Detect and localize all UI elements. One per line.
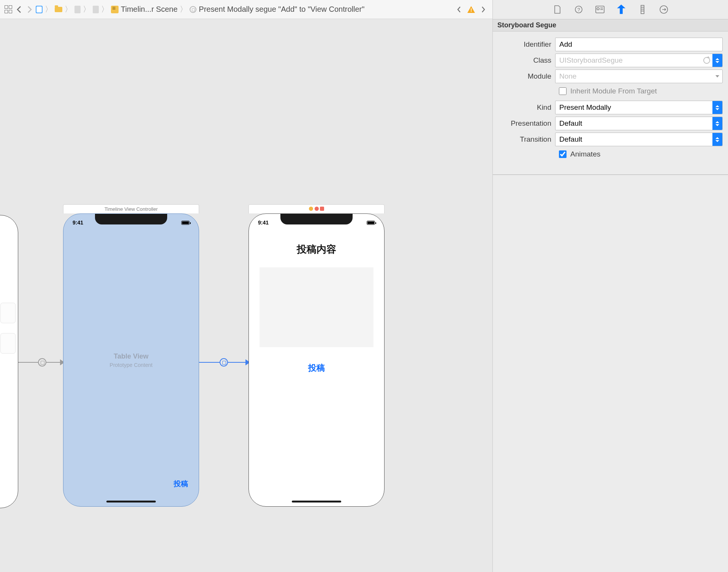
size-inspector-tab[interactable] xyxy=(638,5,647,14)
module-label: Module xyxy=(498,72,555,81)
iphone-notch xyxy=(280,214,353,224)
phone-frame-timeline[interactable]: 9:41 Table View Prototype Content 投稿 xyxy=(63,213,199,507)
presentation-value: Default xyxy=(559,119,582,128)
class-dropdown[interactable]: UIStoryboardSegue xyxy=(555,54,723,67)
class-row: Class UIStoryboardSegue xyxy=(498,54,723,67)
identifier-field[interactable] xyxy=(555,38,723,51)
issue-prev-button[interactable] xyxy=(454,5,464,14)
breadcrumb-sep: 〉 xyxy=(44,4,53,14)
presentation-label: Presentation xyxy=(498,119,555,128)
warning-icon[interactable] xyxy=(467,6,475,13)
module-row: Module None xyxy=(498,70,723,83)
inspector-body: Identifier Class UIStoryboardSegue Modul… xyxy=(493,32,728,164)
storyboard-canvas[interactable]: Timeline View Controller 9:41 Table View… xyxy=(0,19,492,572)
tab-bar-post-item[interactable]: 投稿 xyxy=(174,479,188,489)
chevron-updown-icon xyxy=(712,101,722,114)
inherit-module-checkbox[interactable] xyxy=(559,87,567,95)
presentation-row: Presentation Default xyxy=(498,117,723,130)
chevron-updown-icon xyxy=(712,54,722,67)
inspector-section-header: Storyboard Segue xyxy=(493,19,728,32)
dot-red-icon xyxy=(315,207,319,211)
class-jump-icon[interactable] xyxy=(703,57,710,64)
scene-offscreen-left[interactable] xyxy=(0,215,18,508)
segue-arrow-left[interactable] xyxy=(18,362,63,363)
connections-inspector-tab[interactable] xyxy=(659,5,668,14)
scene-control-dots xyxy=(309,206,324,212)
file-icon xyxy=(93,6,99,13)
segue-node-icon xyxy=(38,358,46,367)
breadcrumb-file1[interactable] xyxy=(74,6,81,13)
jump-forward-button xyxy=(25,5,34,14)
kind-dropdown[interactable]: Present Modally xyxy=(555,101,723,114)
table-view-label: Table View xyxy=(63,352,199,360)
chevron-updown-icon xyxy=(712,117,722,130)
svg-point-3 xyxy=(597,8,599,10)
help-inspector-tab[interactable]: ? xyxy=(574,5,583,14)
dot-exit-icon xyxy=(320,207,324,211)
identifier-label: Identifier xyxy=(498,40,555,49)
presentation-dropdown[interactable]: Default xyxy=(555,117,723,130)
jump-bar: 〉 〉 〉 〉 Timelin...r Scene 〉 Present Moda… xyxy=(0,0,492,19)
prototype-content-label: Prototype Content xyxy=(63,362,199,368)
table-view-placeholder: Table View Prototype Content xyxy=(63,352,199,368)
scene-title-bar[interactable] xyxy=(248,204,385,213)
animates-checkbox-row: Animates xyxy=(559,150,723,158)
class-placeholder: UIStoryboardSegue xyxy=(559,56,623,65)
inspector-divider xyxy=(493,174,728,175)
inherit-module-label: Inherit Module From Target xyxy=(570,87,657,95)
battery-icon xyxy=(181,221,190,225)
class-label: Class xyxy=(498,56,555,65)
iphone-notch xyxy=(95,214,167,224)
identity-inspector-tab[interactable] xyxy=(595,5,605,14)
breadcrumb-scene-label: Timelin...r Scene xyxy=(121,5,177,14)
jump-back-button[interactable] xyxy=(14,5,24,14)
segue-node-icon xyxy=(220,358,228,367)
segue-arrow-add[interactable] xyxy=(199,362,248,363)
post-textarea[interactable] xyxy=(260,267,373,347)
inspector-panel: ? Storyboard Segue Identifier Class U xyxy=(492,0,728,572)
attributes-inspector-tab[interactable] xyxy=(617,5,626,14)
breadcrumb-sep: 〉 xyxy=(100,4,109,14)
chevron-updown-icon xyxy=(712,133,722,146)
home-indicator xyxy=(292,501,341,502)
breadcrumb-sep: 〉 xyxy=(64,4,73,14)
breadcrumb-segue[interactable]: Present Modally segue "Add" to "View Con… xyxy=(190,5,364,14)
home-indicator xyxy=(106,501,156,502)
issue-next-button[interactable] xyxy=(479,5,488,14)
inherit-module-checkbox-row: Inherit Module From Target xyxy=(559,87,723,95)
file-inspector-tab[interactable] xyxy=(553,5,562,14)
scene-title-bar[interactable]: Timeline View Controller xyxy=(63,204,199,213)
breadcrumb-scene[interactable]: Timelin...r Scene xyxy=(111,5,177,14)
svg-rect-6 xyxy=(641,5,644,14)
identifier-row: Identifier xyxy=(498,38,723,51)
chevron-down-icon xyxy=(715,75,719,77)
breadcrumb-file2[interactable] xyxy=(93,6,99,13)
project-icon xyxy=(36,6,43,13)
transition-label: Transition xyxy=(498,135,555,144)
animates-label: Animates xyxy=(570,150,600,158)
kind-label: Kind xyxy=(498,103,555,112)
battery-icon xyxy=(367,221,375,225)
animates-checkbox[interactable] xyxy=(559,150,567,158)
scene-post[interactable]: 9:41 投稿内容 投稿 xyxy=(248,204,385,507)
file-icon xyxy=(74,6,81,13)
svg-text:?: ? xyxy=(577,7,580,13)
breadcrumb-folder[interactable] xyxy=(55,7,62,12)
breadcrumb-sep: 〉 xyxy=(82,4,91,14)
phone-frame-post[interactable]: 9:41 投稿内容 投稿 xyxy=(248,213,385,507)
kind-value: Present Modally xyxy=(559,103,611,112)
transition-value: Default xyxy=(559,135,582,144)
dot-yellow-icon xyxy=(309,207,313,211)
scene-timeline[interactable]: Timeline View Controller 9:41 Table View… xyxy=(63,204,199,507)
related-items-icon[interactable] xyxy=(5,5,13,14)
breadcrumb-project[interactable] xyxy=(36,6,43,13)
storyboard-icon xyxy=(111,6,119,13)
jump-bar-right xyxy=(454,5,488,14)
transition-dropdown[interactable]: Default xyxy=(555,133,723,146)
status-time: 9:41 xyxy=(73,220,83,226)
module-dropdown[interactable]: None xyxy=(555,70,723,83)
post-submit-button[interactable]: 投稿 xyxy=(249,362,384,374)
scene-title-label: Timeline View Controller xyxy=(104,206,158,212)
transition-row: Transition Default xyxy=(498,133,723,146)
module-placeholder: None xyxy=(559,72,576,81)
